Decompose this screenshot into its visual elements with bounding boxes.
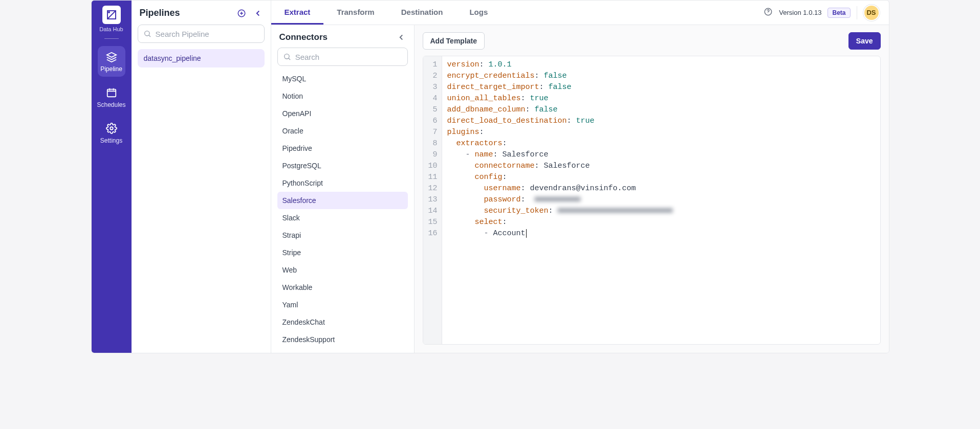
- save-button[interactable]: Save: [848, 32, 881, 50]
- connector-item[interactable]: Stripe: [277, 244, 408, 261]
- connector-item[interactable]: Notion: [277, 87, 408, 105]
- nav-item-label: Pipeline: [100, 65, 122, 73]
- gutter: 12345678910111213141516: [423, 56, 442, 344]
- connectors-panel: Connectors MySQLNotionOpenAPIOraclePiped…: [271, 25, 415, 353]
- help-circle-icon: [764, 7, 773, 16]
- pipeline-item[interactable]: datasync_pipeline: [138, 49, 265, 67]
- connector-search-input[interactable]: [295, 53, 402, 61]
- connector-list: MySQLNotionOpenAPIOraclePipedrivePostgre…: [271, 70, 414, 353]
- search-icon: [283, 52, 291, 61]
- nav-item-label: Settings: [100, 137, 122, 144]
- search-icon: [143, 29, 151, 38]
- connector-item[interactable]: Pipedrive: [277, 140, 408, 157]
- add-pipeline-button[interactable]: [237, 9, 246, 18]
- nav-divider: [104, 38, 119, 39]
- svg-point-6: [284, 54, 289, 59]
- layers-icon: [105, 50, 118, 63]
- svg-rect-1: [107, 89, 116, 97]
- help-button[interactable]: [764, 7, 773, 18]
- editor-pane: Add Template Save 1234567891011121314151…: [415, 25, 889, 353]
- tab-extract[interactable]: Extract: [271, 1, 324, 25]
- tab-logs[interactable]: Logs: [456, 1, 501, 25]
- nav-item-pipeline[interactable]: Pipeline: [98, 46, 125, 77]
- pipeline-search[interactable]: [138, 25, 265, 43]
- pipeline-search-input[interactable]: [156, 30, 259, 38]
- collapse-connectors-button[interactable]: [397, 33, 406, 42]
- connector-item[interactable]: Oracle: [277, 122, 408, 140]
- tabs: ExtractTransformDestinationLogs: [271, 1, 502, 25]
- connector-item[interactable]: PostgreSQL: [277, 157, 408, 174]
- pipelines-panel: Pipelines datasync_pipeline: [132, 1, 271, 353]
- pipelines-title: Pipelines: [140, 8, 180, 18]
- connector-item[interactable]: Workable: [277, 279, 408, 296]
- connector-item[interactable]: Strapi: [277, 227, 408, 244]
- plus-circle-icon: [237, 9, 246, 18]
- svg-point-0: [108, 11, 110, 13]
- svg-point-2: [110, 127, 113, 130]
- pipeline-list: datasync_pipeline: [132, 49, 271, 67]
- connector-item[interactable]: Web: [277, 261, 408, 279]
- topbar: ExtractTransformDestinationLogs Version …: [271, 1, 889, 25]
- main-panel: ExtractTransformDestinationLogs Version …: [271, 1, 889, 353]
- connector-item[interactable]: ZendeskSupport: [277, 331, 408, 348]
- calendar-icon: [105, 86, 118, 99]
- connector-item[interactable]: Salesforce: [277, 192, 408, 209]
- nav-item-settings[interactable]: Settings: [98, 118, 125, 148]
- gear-icon: [105, 122, 118, 135]
- collapse-pipelines-button[interactable]: [253, 9, 263, 18]
- code-content[interactable]: version: 1.0.1encrypt_credentials: false…: [442, 56, 678, 344]
- nav-item-schedules[interactable]: Schedules: [98, 82, 125, 112]
- nav-rail: Data Hub Pipeline Schedules Settings: [92, 1, 132, 353]
- chevron-left-icon: [253, 9, 263, 18]
- nav-item-label: Schedules: [97, 101, 125, 108]
- tab-transform[interactable]: Transform: [323, 1, 387, 25]
- beta-badge: Beta: [827, 8, 850, 18]
- connector-item[interactable]: Slack: [277, 209, 408, 227]
- tab-destination[interactable]: Destination: [388, 1, 456, 25]
- version-label: Version 1.0.13: [779, 9, 821, 16]
- connector-item[interactable]: ZendeskChat: [277, 313, 408, 331]
- avatar[interactable]: DS: [863, 5, 880, 21]
- divider: [857, 6, 857, 19]
- chevron-left-icon: [397, 33, 406, 42]
- brand-logo[interactable]: [102, 6, 121, 24]
- connectors-title: Connectors: [279, 32, 328, 42]
- connector-item[interactable]: MySQL: [277, 70, 408, 87]
- code-editor[interactable]: 12345678910111213141516 version: 1.0.1en…: [423, 56, 881, 345]
- svg-point-4: [144, 31, 149, 36]
- connector-item[interactable]: OpenAPI: [277, 105, 408, 122]
- connector-item[interactable]: Yaml: [277, 296, 408, 313]
- connector-search[interactable]: [277, 48, 408, 66]
- brand-label: Data Hub: [99, 26, 123, 32]
- connector-item[interactable]: PythonScript: [277, 174, 408, 192]
- add-template-button[interactable]: Add Template: [423, 32, 485, 50]
- brand-icon: [105, 9, 118, 21]
